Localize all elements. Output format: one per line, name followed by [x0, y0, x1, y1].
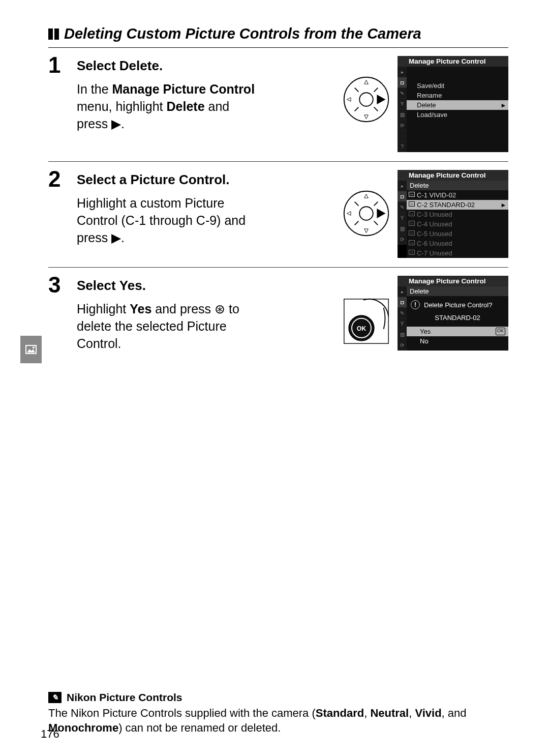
ok-symbol-icon: ⊛: [215, 302, 225, 316]
tab-camera-icon: ◘: [398, 297, 407, 308]
pc-item: ▭C-6 Unused: [407, 239, 508, 248]
step-heading: Select a Picture Control.: [77, 172, 334, 188]
menu-item: Rename: [407, 91, 508, 100]
step-divider: [48, 267, 508, 268]
tab-picture-icon: ▧: [398, 223, 407, 234]
screen-sub: Delete: [407, 181, 508, 190]
tab-blank: [398, 131, 407, 141]
step-2: 2 Select a Picture Control. Highlight a …: [48, 166, 508, 263]
margin-tab-picture-icon: [20, 336, 42, 363]
camera-screen-2: Manage Picture Control ▸ ◘ ✎ Y ▧ ⟳ Delet…: [398, 170, 508, 258]
arrow-right-icon: ▸: [502, 201, 505, 209]
svg-marker-2: [364, 80, 369, 84]
right-triangle-icon: ▶: [111, 229, 121, 247]
footer-note: ✎ Nikon Picture Controls The Nikon Pictu…: [48, 447, 508, 736]
menu-tabs: ▸ ◘ ✎ Y ▧ ⟳: [398, 286, 407, 351]
step-3: 3 Select Yes. Highlight Yes and press ⊛ …: [48, 272, 508, 357]
pencil-icon: ✎: [48, 692, 62, 703]
svg-marker-4: [347, 98, 351, 102]
ok-button-icon: OK: [342, 297, 390, 345]
option-no: No: [407, 336, 508, 346]
arrow-right-icon: ▸: [502, 101, 505, 109]
svg-line-17: [374, 202, 378, 206]
svg-line-9: [374, 107, 378, 111]
svg-line-19: [374, 221, 378, 225]
ok-badge-icon: OK: [496, 328, 505, 335]
note-body: The Nikon Picture Controls supplied with…: [48, 706, 508, 736]
tab-play-icon: ▸: [398, 181, 407, 191]
title-text: Deleting Custom Picture Controls from th…: [64, 25, 421, 42]
step-text: Highlight Yes and press ⊛ to delete the …: [77, 301, 260, 352]
svg-marker-12: [364, 194, 369, 198]
svg-line-7: [374, 88, 378, 92]
tab-pencil-icon: ✎: [398, 88, 407, 99]
page-number: 176: [41, 728, 59, 741]
screen-title: Manage Picture Control: [398, 170, 508, 181]
svg-point-1: [359, 93, 373, 106]
note-heading: ✎ Nikon Picture Controls: [48, 691, 508, 704]
warning-icon: !: [411, 300, 420, 309]
step-number: 1: [48, 55, 69, 152]
tab-retouch-icon: Y: [398, 318, 407, 329]
tab-picture-icon: ▧: [398, 329, 407, 340]
svg-point-11: [359, 207, 373, 220]
tab-pencil-icon: ✎: [398, 202, 407, 213]
step-1: 1 Select Delete. In the Manage Picture C…: [48, 52, 508, 157]
svg-line-8: [355, 107, 359, 111]
tab-recent-icon: ⟳: [398, 340, 407, 351]
menu-item: Save/edit: [407, 81, 508, 91]
pc-item: ▭C-7 Unused: [407, 248, 508, 258]
menu-tabs: ▸ ◘ ✎ Y ▧ ⟳: [398, 181, 407, 258]
pc-item: ▭C-4 Unused: [407, 219, 508, 229]
svg-point-25: [33, 346, 35, 348]
tab-recent-icon: ⟳: [398, 234, 407, 245]
svg-marker-5: [377, 95, 385, 104]
tab-camera-icon: ◘: [398, 191, 407, 202]
tab-picture-icon: ▧: [398, 109, 407, 120]
confirm-prompt: ! Delete Picture Control?: [407, 296, 508, 311]
svg-marker-13: [364, 229, 369, 233]
screen-title: Manage Picture Control: [398, 56, 508, 67]
tab-pencil-icon: ✎: [398, 308, 407, 318]
right-triangle-icon: ▶: [111, 115, 121, 133]
pc-item: ▭C-3 Unused: [407, 210, 508, 219]
tab-retouch-icon: Y: [398, 99, 407, 109]
confirm-target: STANDARD-02: [407, 311, 508, 327]
step-heading: Select Yes.: [77, 278, 334, 294]
section-title: Deleting Custom Picture Controls from th…: [48, 25, 508, 42]
camera-screen-3: Manage Picture Control ▸ ◘ ✎ Y ▧ ⟳ Delet…: [398, 276, 508, 351]
step-text: In the Manage Picture Control menu, high…: [77, 81, 260, 132]
tab-play-icon: ▸: [398, 286, 407, 297]
step-heading: Select Delete.: [77, 58, 334, 74]
multi-selector-icon: [342, 189, 390, 238]
svg-text:OK: OK: [357, 325, 367, 332]
tab-camera-icon: ◘: [398, 77, 407, 88]
tab-retouch-icon: Y: [398, 213, 407, 223]
svg-marker-3: [364, 115, 369, 119]
svg-line-16: [355, 202, 359, 206]
camera-screen-1: Manage Picture Control ▸ ◘ ✎ Y ▧ ⟳ ?: [398, 56, 508, 152]
svg-line-18: [355, 221, 359, 225]
screen-title: Manage Picture Control: [398, 276, 508, 286]
tab-recent-icon: ⟳: [398, 120, 407, 131]
menu-tabs: ▸ ◘ ✎ Y ▧ ⟳ ?: [398, 67, 407, 152]
step-number: 3: [48, 275, 69, 352]
option-yes: Yes OK: [407, 327, 508, 336]
menu-item-selected: Delete▸: [407, 100, 508, 110]
step-number: 2: [48, 169, 69, 258]
rule: [48, 47, 508, 48]
multi-selector-icon: [342, 75, 390, 124]
screen-sub: Delete: [407, 286, 508, 296]
menu-item: Load/save: [407, 110, 508, 120]
pc-item: ▭C-5 Unused: [407, 229, 508, 239]
step-text: Highlight a custom Picture Control (C-1 …: [77, 195, 260, 246]
svg-marker-14: [347, 212, 351, 216]
svg-line-6: [355, 88, 359, 92]
svg-marker-15: [377, 209, 385, 218]
step-divider: [48, 161, 508, 162]
pc-item: ▭C-1 VIVID-02: [407, 190, 508, 200]
tab-play-icon: ▸: [398, 67, 407, 77]
pc-item-selected: ▭C-2 STANDARD-02▸: [407, 200, 508, 210]
title-bars-icon: [48, 28, 59, 40]
tab-help-icon: ?: [398, 141, 407, 152]
